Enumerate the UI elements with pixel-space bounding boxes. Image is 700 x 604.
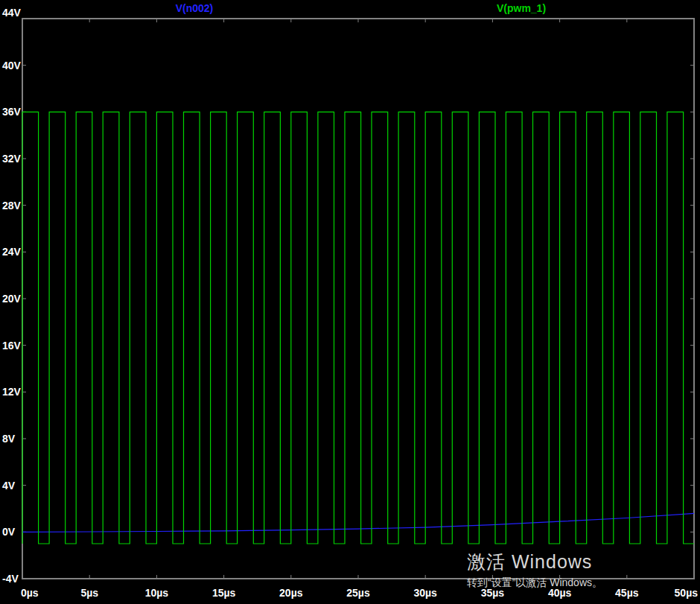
x-tick-label: 5µs [80, 587, 98, 599]
x-tick-label: 40µs [548, 587, 572, 599]
x-tick-label: 30µs [413, 587, 437, 599]
y-tick-label: 12V [2, 386, 22, 398]
y-tick-label: 16V [2, 340, 22, 352]
x-tick-label: 20µs [279, 587, 303, 599]
trace-label-n002[interactable]: V(n002) [176, 2, 214, 14]
plot-area[interactable]: 0µs5µs10µs15µs20µs25µs30µs35µs40µs45µs50… [0, 0, 700, 604]
y-tick-label: 32V [2, 153, 22, 165]
x-tick-label: 15µs [212, 587, 236, 599]
plot-frame [22, 19, 694, 579]
trace-legend: V(n002) V(pwm_1) [0, 2, 700, 16]
x-tick-label: 25µs [346, 587, 370, 599]
y-tick-label: 20V [2, 293, 22, 305]
x-tick-label: 10µs [145, 587, 169, 599]
y-tick-label: 40V [2, 60, 22, 71]
x-tick-label: 0µs [21, 587, 39, 599]
y-tick-label: 36V [2, 106, 22, 118]
y-tick-label: 24V [2, 246, 22, 258]
y-tick-label: -4V [2, 573, 19, 585]
trace-label-pwm-1[interactable]: V(pwm_1) [497, 2, 546, 14]
y-tick-label: 4V [2, 480, 16, 492]
y-tick-label: 8V [2, 433, 16, 445]
y-tick-label: 0V [2, 526, 16, 538]
x-tick-label: 35µs [481, 587, 505, 599]
x-tick-label: 50µs [675, 587, 699, 599]
y-tick-label: 28V [2, 200, 22, 212]
x-tick-label: 45µs [615, 587, 639, 599]
waveform-viewer: 0µs5µs10µs15µs20µs25µs30µs35µs40µs45µs50… [0, 0, 700, 604]
